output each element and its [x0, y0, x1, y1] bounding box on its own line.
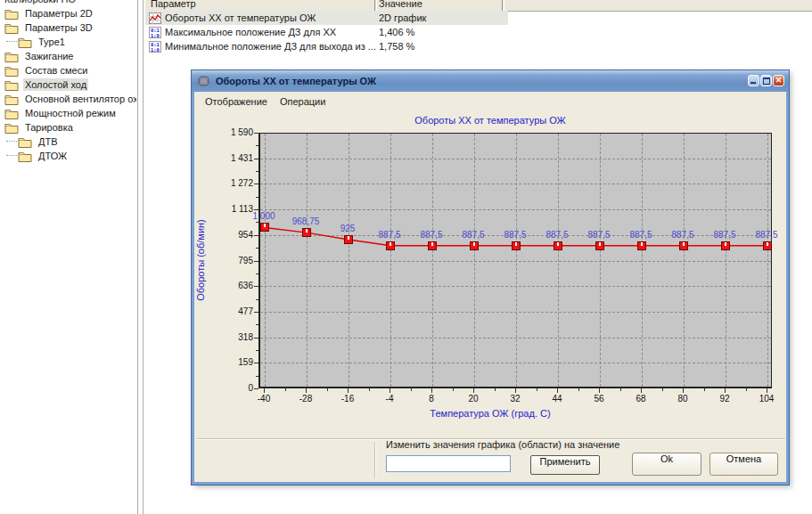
y-axis-minor-tick	[256, 273, 258, 274]
tree-connector	[6, 141, 17, 143]
table-row[interactable]: 0:11:0Минимальное положение ДЗ для выход…	[145, 39, 812, 53]
data-point-handle[interactable]	[386, 241, 395, 250]
ok-button[interactable]: Ok	[632, 453, 701, 476]
column-header-parameter[interactable]: Параметр	[151, 0, 196, 9]
y-tick-label: 1 272	[194, 178, 253, 188]
y-tick-label: 159	[194, 357, 253, 367]
point-value-label: 1 000	[241, 211, 287, 221]
y-axis-tick	[254, 261, 258, 262]
x-tick-label: -28	[288, 394, 324, 404]
x-tick-label: 56	[581, 394, 617, 404]
tree-item-label: Основной вентилятор охл.	[23, 93, 136, 105]
y-axis-minor-tick	[256, 222, 258, 223]
tree-item[interactable]: Type1	[0, 35, 136, 49]
x-axis-tick	[767, 388, 767, 393]
x-axis-minor-tick	[411, 388, 412, 391]
x-tick-label: -16	[330, 394, 365, 404]
dialog-menubar: ОтображениеОперации	[194, 92, 786, 110]
scalar-icon: 0:11:0	[149, 27, 161, 38]
y-axis-tick	[254, 235, 258, 236]
tree-item[interactable]: Холостой ход	[0, 78, 136, 92]
x-axis-minor-tick	[620, 388, 621, 391]
x-axis-minor-tick	[704, 388, 705, 391]
close-icon[interactable]: ✕	[773, 75, 784, 86]
tree-item[interactable]: Мощностной режим	[0, 106, 136, 120]
data-point-handle[interactable]	[763, 241, 772, 250]
y-axis-minor-tick	[256, 197, 258, 198]
cancel-button[interactable]: Отмена	[709, 453, 778, 476]
column-separator[interactable]	[502, 0, 504, 11]
x-axis-minor-tick	[495, 388, 496, 391]
footer-divider	[374, 442, 376, 478]
point-value-label: 887,5	[534, 230, 580, 240]
data-point-handle[interactable]	[721, 241, 730, 250]
data-point-handle[interactable]	[512, 241, 521, 250]
y-axis-minor-tick	[256, 350, 258, 351]
tree-item-label: Зажигание	[23, 50, 76, 62]
data-point-handle[interactable]	[679, 241, 688, 250]
folder-icon	[4, 79, 19, 91]
point-value-label: 887,5	[576, 230, 622, 240]
menu-item-display[interactable]: Отображение	[199, 94, 274, 109]
x-axis-minor-tick	[578, 388, 579, 391]
x-tick-label: 80	[665, 394, 701, 404]
tree-item-label: Мощностной режим	[23, 107, 118, 119]
data-point-handle[interactable]	[428, 241, 437, 250]
minimize-button[interactable]	[748, 75, 759, 86]
parameter-value: 1,406 %	[379, 27, 414, 37]
set-value-input[interactable]	[386, 455, 511, 472]
data-point-handle[interactable]	[554, 241, 562, 250]
tree-item[interactable]: Основной вентилятор охл.	[0, 92, 136, 106]
folder-icon	[18, 136, 32, 148]
data-point-handle[interactable]	[344, 235, 353, 244]
parameter-value: 2D график	[379, 12, 426, 23]
column-separator[interactable]	[374, 0, 377, 11]
table-row[interactable]: Обороты XX от температуры ОЖ2D график	[145, 11, 508, 25]
tree-item[interactable]: ДТВ	[0, 135, 136, 149]
data-point-handle[interactable]	[470, 241, 479, 250]
x-axis-minor-tick	[537, 388, 537, 391]
apply-button[interactable]: Применить	[530, 455, 600, 475]
folder-icon	[4, 65, 19, 77]
x-axis-tick	[641, 388, 642, 393]
data-point-handle[interactable]	[260, 223, 269, 232]
x-axis-tick	[390, 388, 390, 393]
y-axis-tick	[254, 363, 258, 363]
data-point-handle[interactable]	[595, 241, 604, 250]
x-tick-label: 68	[623, 394, 659, 404]
x-axis-tick	[348, 388, 349, 393]
x-axis-title: Температура ОЖ (град. C)	[194, 408, 786, 419]
x-axis-tick	[599, 388, 600, 393]
column-header-value[interactable]: Значение	[379, 0, 422, 9]
tree-item[interactable]: Состав смеси	[0, 63, 136, 78]
data-point-handle[interactable]	[302, 228, 311, 237]
x-axis-minor-tick	[369, 388, 370, 391]
y-axis-tick	[254, 388, 258, 389]
x-axis-minor-tick	[453, 388, 454, 391]
tree-item[interactable]: Параметры 3D	[0, 20, 136, 35]
parameter-value: 1,758 %	[379, 41, 414, 52]
tree-item-label: Холостой ход	[23, 78, 88, 91]
maximize-button[interactable]	[760, 75, 772, 86]
plot-area[interactable]	[258, 133, 772, 388]
tree-item[interactable]: ДТОЖ	[0, 149, 136, 163]
tree-item[interactable]: Параметры 2D	[0, 6, 136, 20]
calibration-tree: Калибровки ПОПараметры 2DПараметры 3DTyp…	[0, 0, 136, 514]
point-value-label: 887,5	[701, 230, 748, 240]
menu-item-operations[interactable]: Операции	[274, 94, 332, 109]
table-row[interactable]: 0:11:0Максимальное положение ДЗ для XX1,…	[145, 25, 812, 39]
dialog-titlebar[interactable]: Обороты XX от температуры ОЖ ✕	[192, 70, 789, 92]
tree-item-label: Состав смеси	[23, 64, 89, 77]
folder-icon	[4, 22, 19, 34]
y-axis-tick	[254, 133, 258, 134]
tree-item[interactable]: Зажигание	[0, 49, 136, 63]
y-tick-label: 1 431	[194, 153, 253, 163]
data-point-handle[interactable]	[637, 241, 646, 250]
folder-icon	[18, 37, 32, 48]
svg-text:1:0: 1:0	[151, 33, 160, 38]
point-value-label: 887,5	[408, 230, 455, 240]
folder-icon	[4, 94, 19, 105]
tree-item[interactable]: Калибровки ПО	[0, 0, 136, 6]
x-axis-tick	[557, 388, 558, 393]
tree-item[interactable]: Тарировка	[0, 120, 136, 135]
